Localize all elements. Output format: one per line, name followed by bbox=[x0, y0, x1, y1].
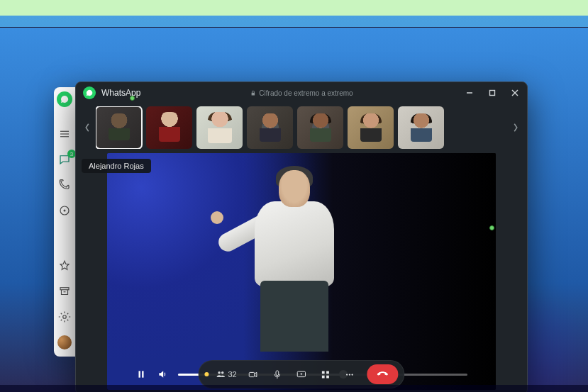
video-icon bbox=[248, 369, 258, 380]
grid-view-button[interactable] bbox=[316, 365, 335, 383]
strip-next-button[interactable] bbox=[510, 106, 521, 149]
connection-status-dot bbox=[204, 372, 209, 376]
chevron-right-icon bbox=[512, 123, 519, 133]
guide-dot bbox=[489, 225, 494, 230]
status-tab-icon[interactable] bbox=[57, 203, 72, 218]
volume-button[interactable] bbox=[157, 369, 168, 380]
svg-rect-15 bbox=[142, 371, 143, 377]
call-window: WhatsApp Cifrado de extremo a extremo bbox=[75, 82, 528, 392]
archive-icon[interactable] bbox=[57, 284, 72, 298]
chats-tab-icon[interactable]: 3 bbox=[57, 152, 72, 167]
svg-rect-9 bbox=[490, 91, 495, 96]
more-icon bbox=[344, 369, 355, 380]
svg-rect-22 bbox=[326, 375, 329, 378]
settings-icon[interactable] bbox=[57, 310, 72, 324]
participant-count-button[interactable]: 32 bbox=[214, 369, 238, 379]
participant-thumbnail[interactable] bbox=[247, 106, 293, 149]
svg-point-7 bbox=[63, 315, 67, 319]
participant-thumbnail[interactable] bbox=[196, 106, 243, 149]
svg-rect-19 bbox=[322, 371, 325, 374]
hangup-icon bbox=[377, 368, 389, 381]
svg-rect-14 bbox=[139, 371, 140, 377]
encryption-text: Cifrado de extremo a extremo bbox=[259, 89, 353, 97]
close-button[interactable] bbox=[510, 88, 520, 98]
calls-tab-icon[interactable] bbox=[57, 178, 72, 192]
screen-share-button[interactable] bbox=[292, 365, 311, 383]
pause-button[interactable] bbox=[135, 369, 147, 380]
windows-taskbar[interactable] bbox=[0, 385, 588, 392]
people-icon bbox=[216, 369, 226, 379]
call-controls: 32 bbox=[198, 360, 404, 388]
main-video-stage[interactable] bbox=[107, 153, 496, 390]
svg-rect-21 bbox=[322, 375, 325, 378]
participant-thumbnail[interactable] bbox=[398, 106, 444, 149]
svg-point-23 bbox=[346, 374, 348, 375]
maximize-button[interactable] bbox=[487, 88, 497, 98]
svg-point-25 bbox=[351, 374, 353, 375]
svg-rect-17 bbox=[276, 370, 279, 375]
participant-thumbnail[interactable] bbox=[146, 106, 192, 149]
lock-icon bbox=[250, 90, 256, 96]
svg-rect-5 bbox=[60, 288, 69, 290]
grid-icon bbox=[320, 369, 331, 380]
muted-icon bbox=[312, 119, 329, 136]
minimize-button[interactable] bbox=[465, 88, 475, 98]
participant-strip bbox=[76, 103, 527, 153]
titlebar: WhatsApp Cifrado de extremo a extremo bbox=[76, 82, 527, 103]
participant-thumbnail[interactable] bbox=[96, 106, 142, 149]
svg-point-24 bbox=[349, 374, 350, 375]
strip-prev-button[interactable] bbox=[82, 106, 93, 149]
starred-icon[interactable] bbox=[57, 259, 72, 273]
end-call-button[interactable] bbox=[367, 364, 399, 384]
screen-share-icon bbox=[296, 369, 306, 380]
mic-icon bbox=[272, 369, 282, 380]
chevron-left-icon bbox=[84, 123, 91, 133]
svg-rect-16 bbox=[249, 372, 255, 376]
mic-toggle-button[interactable] bbox=[268, 365, 287, 383]
presenter-figure bbox=[221, 166, 355, 352]
participant-thumbnail[interactable] bbox=[297, 106, 343, 149]
encryption-label: Cifrado de extremo a extremo bbox=[250, 89, 353, 97]
promo-top-strip bbox=[0, 0, 588, 16]
video-toggle-button[interactable] bbox=[244, 365, 262, 383]
svg-line-13 bbox=[318, 125, 323, 130]
app-title: WhatsApp bbox=[101, 88, 140, 98]
participant-name-tooltip: Alejandro Rojas bbox=[82, 159, 151, 173]
svg-point-4 bbox=[64, 210, 66, 212]
whatsapp-logo-icon bbox=[57, 91, 72, 107]
svg-line-12 bbox=[267, 125, 273, 130]
more-options-button[interactable] bbox=[340, 365, 359, 383]
guide-dot bbox=[130, 96, 135, 101]
profile-avatar[interactable] bbox=[57, 335, 72, 349]
whatsapp-logo-icon bbox=[83, 86, 96, 99]
participant-count-value: 32 bbox=[228, 370, 236, 379]
desktop: 3 WhatsApp Cifrado de extremo a bbox=[0, 27, 588, 392]
menu-icon[interactable] bbox=[57, 127, 72, 141]
participant-thumbnail[interactable] bbox=[348, 106, 394, 149]
muted-icon bbox=[262, 119, 279, 136]
svg-rect-20 bbox=[326, 371, 329, 374]
whatsapp-main-sidebar: 3 bbox=[54, 87, 75, 357]
